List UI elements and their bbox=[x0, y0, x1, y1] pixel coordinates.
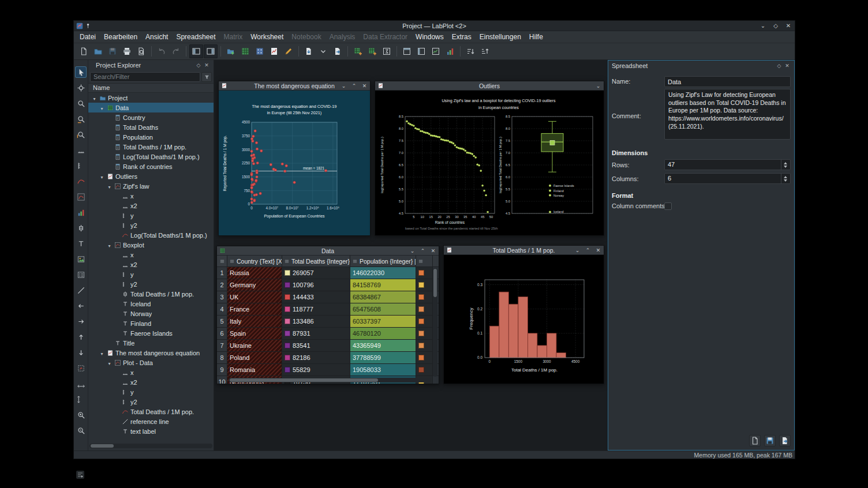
close-dock-button[interactable]: ✕ bbox=[783, 63, 791, 69]
row-number[interactable]: 7 bbox=[217, 340, 227, 351]
new-worksheet-button[interactable] bbox=[267, 44, 281, 58]
tree-item-finland[interactable]: Finland bbox=[88, 318, 214, 328]
row-number[interactable]: 6 bbox=[217, 328, 227, 339]
subwindow-titlebar[interactable]: Data⌄⌃✕ bbox=[217, 246, 439, 256]
tree-item-x2[interactable]: x2 bbox=[88, 377, 214, 387]
add-x-axis-tool[interactable] bbox=[76, 145, 86, 155]
cell-total-deaths[interactable]: 83541 bbox=[282, 340, 350, 351]
tree-item-y[interactable]: y bbox=[88, 211, 214, 220]
menu-extras[interactable]: Extras bbox=[448, 32, 476, 42]
close-button[interactable]: ✕ bbox=[784, 22, 792, 29]
tree-item-y[interactable]: y bbox=[88, 269, 214, 279]
import-options-button[interactable] bbox=[316, 44, 330, 58]
insert-column-button[interactable] bbox=[365, 44, 379, 58]
tree-item-total-deaths[interactable]: Total Deaths bbox=[88, 122, 214, 132]
cell-total-deaths[interactable]: 133486 bbox=[282, 316, 350, 327]
tree-item-y2[interactable]: y2 bbox=[88, 397, 214, 407]
subwindow-outliers[interactable]: Outliers⌄ Using Zipf's law and a boxplot… bbox=[375, 81, 604, 236]
add-histogram-tool[interactable] bbox=[76, 207, 86, 217]
cell-population[interactable]: 19058033 bbox=[350, 364, 416, 376]
column-comments-checkbox[interactable] bbox=[664, 202, 672, 210]
redo-button[interactable] bbox=[169, 44, 183, 58]
tree-item-population[interactable]: Population bbox=[88, 132, 214, 142]
insert-row-button[interactable] bbox=[351, 44, 365, 58]
save-button[interactable] bbox=[764, 435, 776, 446]
new-matrix-button[interactable] bbox=[253, 44, 267, 58]
tree-item-plot-data[interactable]: Plot - Data bbox=[88, 358, 214, 367]
cell-country[interactable]: Germany bbox=[227, 279, 282, 291]
zoom-out-tool[interactable] bbox=[76, 425, 86, 436]
toggle-sparklines-button[interactable] bbox=[429, 44, 443, 58]
close-button[interactable]: ✕ bbox=[361, 83, 368, 89]
zoom-x-select-tool[interactable] bbox=[76, 114, 86, 124]
menu-ansicht[interactable]: Ansicht bbox=[141, 32, 172, 42]
spin-up-icon[interactable] bbox=[784, 162, 787, 164]
row-number[interactable]: 2 bbox=[217, 279, 227, 291]
export-spreadsheet-button[interactable] bbox=[779, 435, 791, 446]
expander-icon[interactable] bbox=[99, 350, 105, 356]
cell-population[interactable]: 146022030 bbox=[350, 267, 416, 279]
tree-item-outliers[interactable]: Outliers bbox=[88, 171, 214, 181]
expander-icon[interactable] bbox=[91, 95, 98, 102]
tree-item-rank-of-countries[interactable]: Rank of countries bbox=[88, 162, 214, 171]
row-number[interactable]: 10 bbox=[217, 376, 227, 384]
scrollbar-thumb[interactable] bbox=[433, 269, 437, 297]
rows-spinbox[interactable]: 47 bbox=[664, 159, 791, 170]
cell-extra[interactable] bbox=[416, 364, 433, 376]
data-table[interactable]: Country {Text} [X]Total Deaths {Integer}… bbox=[217, 256, 439, 384]
row-number[interactable]: 3 bbox=[217, 291, 227, 303]
histogram-worksheet[interactable]: 0.00.10.20.30150030004500Total Deaths / … bbox=[444, 255, 604, 384]
comment-field[interactable]: Using Zipf's Law for detecting European … bbox=[664, 89, 791, 140]
shift-down-y-tool[interactable] bbox=[76, 347, 86, 358]
zoom-y-select-tool[interactable] bbox=[76, 129, 86, 140]
add-y-axis-tool[interactable] bbox=[76, 160, 86, 171]
toggle-project-explorer-button[interactable] bbox=[189, 44, 203, 58]
add-plot-tool[interactable] bbox=[76, 192, 86, 202]
expander-icon[interactable] bbox=[99, 173, 105, 180]
cell-total-deaths[interactable]: 87931 bbox=[282, 328, 350, 339]
auto-scale-tool[interactable] bbox=[76, 363, 86, 373]
restore-button[interactable]: ⌃ bbox=[351, 83, 357, 89]
column-header-1[interactable]: Country {Text} [X] bbox=[227, 256, 282, 266]
float-panel-button[interactable]: ◇ bbox=[194, 62, 203, 68]
add-boxplot-tool[interactable] bbox=[76, 223, 86, 233]
tree-item-total-deaths-1m-pop[interactable]: Total Deaths / 1M pop. bbox=[88, 407, 214, 416]
scrollbar-thumb[interactable] bbox=[230, 378, 378, 382]
tree-item-the-most-dangerous-equation[interactable]: The most dangerous equation bbox=[88, 348, 214, 358]
spin-down-icon[interactable] bbox=[784, 179, 787, 182]
row-number[interactable]: 1 bbox=[217, 267, 227, 279]
cell-total-deaths[interactable]: 144433 bbox=[282, 291, 350, 303]
toggle-properties-explorer-button[interactable] bbox=[204, 44, 218, 58]
toggle-horizontal-header-button[interactable] bbox=[400, 44, 414, 58]
cell-population[interactable]: 37788599 bbox=[350, 352, 416, 363]
cell-extra[interactable] bbox=[416, 267, 433, 279]
cell-extra[interactable] bbox=[416, 352, 433, 363]
outliers-worksheet[interactable]: Using Zipf's law and a boxplot for detec… bbox=[375, 91, 604, 235]
expander-icon[interactable] bbox=[106, 359, 113, 366]
minimize-button[interactable]: ⌄ bbox=[759, 22, 767, 29]
spreadsheet-dock-header[interactable]: Spreadsheet ◇ ✕ bbox=[608, 61, 794, 71]
column-header-2[interactable]: Total Deaths {Integer} [Y] bbox=[282, 256, 350, 266]
close-panel-button[interactable]: ✕ bbox=[203, 62, 211, 68]
minimize-button[interactable]: ⌄ bbox=[409, 248, 416, 254]
expander-icon[interactable] bbox=[106, 183, 113, 190]
tree-item-y2[interactable]: y2 bbox=[88, 279, 214, 289]
column-header-3[interactable]: Population {Integer} [Y] bbox=[350, 256, 416, 266]
auto-scale-x-tool[interactable] bbox=[76, 378, 86, 389]
add-text-label-tool[interactable] bbox=[76, 238, 86, 249]
menu-einstellungen[interactable]: Einstellungen bbox=[476, 32, 525, 42]
tree-item-text-label[interactable]: text label bbox=[88, 426, 214, 436]
sort-descending-button[interactable] bbox=[478, 44, 492, 58]
save-project-button[interactable] bbox=[106, 44, 119, 58]
column-header-4[interactable] bbox=[416, 256, 433, 266]
minimize-button[interactable]: ⌄ bbox=[341, 83, 347, 89]
cell-total-deaths[interactable]: 269057 bbox=[282, 267, 350, 279]
cell-extra[interactable] bbox=[416, 303, 433, 315]
cell-country[interactable]: Russia bbox=[227, 267, 282, 279]
cell-total-deaths[interactable]: 118777 bbox=[282, 303, 350, 315]
minimize-button[interactable]: ⌄ bbox=[595, 83, 601, 89]
filter-options-button[interactable] bbox=[201, 72, 212, 82]
tree-item-x2[interactable]: x2 bbox=[88, 201, 214, 211]
tree-item-country[interactable]: Country bbox=[88, 112, 214, 122]
cell-country[interactable]: Romania bbox=[227, 364, 282, 376]
